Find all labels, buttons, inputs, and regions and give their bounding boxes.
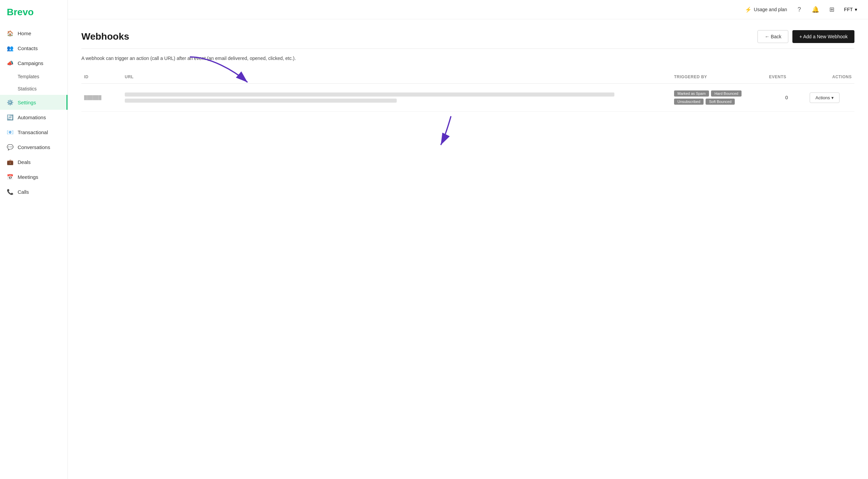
logo: Brevo <box>0 7 67 26</box>
sidebar-item-deals[interactable]: 💼 Deals <box>0 154 67 169</box>
brand-name: Brevo <box>7 7 34 17</box>
actions-label: Actions <box>815 95 830 100</box>
sidebar-item-templates[interactable]: Templates <box>0 70 67 83</box>
grid-icon[interactable]: ⊞ <box>828 5 836 14</box>
sidebar-label-statistics: Statistics <box>18 86 37 91</box>
add-webhook-button[interactable]: + Add a New Webhook <box>792 30 854 43</box>
sidebar-label-templates: Templates <box>18 74 39 79</box>
home-icon: 🏠 <box>7 30 14 37</box>
user-menu[interactable]: FFT ▾ <box>844 7 857 12</box>
col-events: EVENTS <box>766 73 807 81</box>
sidebar-item-conversations[interactable]: 💬 Conversations <box>0 140 67 154</box>
actions-button[interactable]: Actions ▾ <box>810 92 840 103</box>
page-content: Webhooks ← Back + Add a New Webhook A we… <box>68 19 868 479</box>
tag-unsubscribed: Unsubscribed <box>674 99 704 105</box>
header-divider <box>81 48 854 49</box>
sidebar-label-calls: Calls <box>18 189 29 195</box>
col-id: ID <box>81 73 122 81</box>
sidebar-item-meetings[interactable]: 📅 Meetings <box>0 169 67 184</box>
webhooks-table: ID URL TRIGGERED BY EVENTS ACTIONS █████… <box>81 70 854 112</box>
sidebar-item-automations[interactable]: 🔄 Automations <box>0 110 67 125</box>
topbar: ⚡ Usage and plan ? 🔔 ⊞ FFT ▾ <box>68 0 868 19</box>
sidebar-label-meetings: Meetings <box>18 174 38 180</box>
settings-icon: ⚙️ <box>7 99 14 106</box>
sidebar-item-campaigns[interactable]: 📣 Campaigns <box>0 56 67 70</box>
header-actions: ← Back + Add a New Webhook <box>757 30 854 43</box>
table-header: ID URL TRIGGERED BY EVENTS ACTIONS <box>81 70 854 84</box>
page-description: A webhook can trigger an action (call a … <box>81 56 854 61</box>
sidebar-label-deals: Deals <box>18 159 31 165</box>
conversations-icon: 💬 <box>7 144 14 150</box>
chevron-down-icon: ▾ <box>855 7 857 12</box>
tag-soft-bounced: Soft Bounced <box>706 99 735 105</box>
tag-hard-bounced: Hard Bounced <box>711 90 742 97</box>
main-content: ⚡ Usage and plan ? 🔔 ⊞ FFT ▾ Webhooks ← … <box>68 0 868 479</box>
back-button[interactable]: ← Back <box>757 30 788 43</box>
transactional-icon: 📧 <box>7 129 14 136</box>
row-id: ██████ <box>81 94 122 101</box>
col-actions: ACTIONS <box>807 73 854 81</box>
sidebar-item-contacts[interactable]: 👥 Contacts <box>0 41 67 56</box>
col-triggered-by: TRIGGERED BY <box>671 73 766 81</box>
meetings-icon: 📅 <box>7 173 14 180</box>
row-url <box>122 91 671 104</box>
contacts-icon: 👥 <box>7 45 14 51</box>
deals-icon: 💼 <box>7 159 14 165</box>
sidebar: Brevo 🏠 Home 👥 Contacts 📣 Campaigns Temp… <box>0 0 68 479</box>
actions-chevron-icon: ▾ <box>831 95 834 100</box>
help-icon[interactable]: ? <box>795 5 803 14</box>
row-events: 0 <box>766 93 807 102</box>
sidebar-item-statistics[interactable]: Statistics <box>0 83 67 95</box>
usage-label: Usage and plan <box>754 7 787 12</box>
sidebar-label-automations: Automations <box>18 114 46 120</box>
sidebar-label-contacts: Contacts <box>18 45 38 51</box>
sidebar-nav: 🏠 Home 👥 Contacts 📣 Campaigns Templates … <box>0 26 67 472</box>
sidebar-item-settings[interactable]: ⚙️ Settings <box>0 95 67 110</box>
triggered-tags: Marked as Spam Hard Bounced Unsubscribed… <box>674 90 764 105</box>
notification-icon[interactable]: 🔔 <box>811 5 820 14</box>
sidebar-item-calls[interactable]: 📞 Calls <box>0 184 67 199</box>
sidebar-label-settings: Settings <box>18 100 36 105</box>
sidebar-label-campaigns: Campaigns <box>18 60 43 66</box>
calls-icon: 📞 <box>7 188 14 195</box>
page-header: Webhooks ← Back + Add a New Webhook <box>81 30 854 43</box>
table-row: ██████ Marked as Spam Hard Bounced Unsub… <box>81 84 854 112</box>
row-actions-cell: Actions ▾ <box>807 91 854 104</box>
sidebar-label-transactional: Transactional <box>18 129 48 135</box>
user-name: FFT <box>844 7 853 12</box>
sidebar-label-conversations: Conversations <box>18 144 50 150</box>
sidebar-item-home[interactable]: 🏠 Home <box>0 26 67 41</box>
automations-icon: 🔄 <box>7 114 14 121</box>
sidebar-label-home: Home <box>18 30 31 36</box>
campaigns-icon: 📣 <box>7 60 14 66</box>
usage-plan-button[interactable]: ⚡ Usage and plan <box>745 6 787 13</box>
tag-marked-as-spam: Marked as Spam <box>674 90 709 97</box>
row-triggered-by: Marked as Spam Hard Bounced Unsubscribed… <box>671 89 766 106</box>
page-title: Webhooks <box>81 31 129 42</box>
usage-icon: ⚡ <box>745 6 752 13</box>
col-url: URL <box>122 73 671 81</box>
sidebar-item-transactional[interactable]: 📧 Transactional <box>0 125 67 140</box>
